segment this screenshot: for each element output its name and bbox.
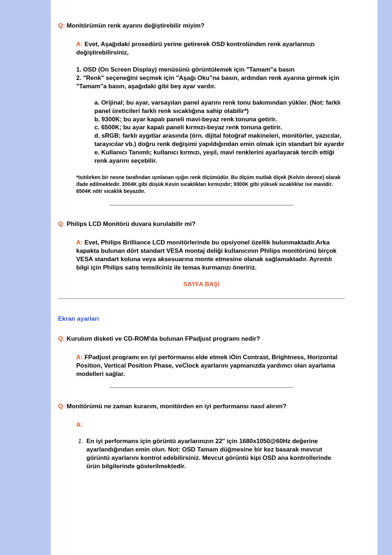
document-page: Q: Monitörümün renk ayarını değiştirebil… — [51, 0, 377, 555]
divider — [110, 205, 293, 206]
q2-line: Q: Philips LCD Monitörü duvara kurulabil… — [58, 220, 345, 228]
back-to-top-link[interactable]: SAYFA BAŞI — [58, 280, 345, 289]
q-label: Q: — [58, 335, 65, 342]
q4-text: Monitörümü ne zaman kurarım, monitörden … — [65, 403, 286, 410]
a-label: A: — [76, 354, 83, 361]
q-label: Q: — [58, 22, 65, 29]
section-title-ekran: Ekran ayarları — [58, 315, 345, 323]
a1-opt-e: e. Kullanıcı Tanımlı; kullanıcı kırmızı,… — [94, 149, 345, 165]
a1-opt-a: a. Orijinal; bu ayar, varsayılan panel a… — [94, 99, 345, 116]
a1-block: A: Evet, Aşağıdaki prosedürü yerine geti… — [76, 40, 345, 57]
q3-line: Q: Kurulum disketi ve CD-ROM'da bulunan … — [58, 335, 345, 343]
a1-step-2: 2. "Renk" seçeneğini seçmek için "Aşağı … — [76, 74, 345, 91]
a3-block: A: FPadjust programı en iyi performansı … — [76, 353, 345, 378]
a1-footnote: *Isıtılırken bir nesne tarafından ışınla… — [76, 174, 345, 195]
a1-options: a. Orijinal; bu ayar, varsayılan panel a… — [94, 99, 345, 166]
a2-block: A: Evet, Philips Brilliance LCD monitörl… — [76, 239, 345, 272]
a4-ordered-list: En iyi performans için görüntü ayarların… — [85, 437, 345, 471]
divider — [110, 387, 293, 388]
section-divider — [58, 298, 345, 299]
q2-text: Philips LCD Monitörü duvara kurulabilir … — [65, 220, 196, 227]
a2-text: Evet, Philips Brilliance LCD monitörleri… — [76, 239, 336, 271]
q1-text: Monitörümün renk ayarını değiştirebilir … — [65, 22, 204, 29]
q3-text: Kurulum disketi ve CD-ROM'da bulunan FPa… — [65, 335, 260, 342]
a-label: A: — [76, 41, 83, 48]
a-label: A: — [76, 239, 83, 246]
q1-line: Q: Monitörümün renk ayarını değiştirebil… — [58, 22, 345, 30]
a1-opt-d: d. sRGB; farklı aygıtlar arasında (örn. … — [94, 132, 345, 149]
a1-opt-c: c. 6500K; bu ayar kapalı paneli kırmızı-… — [94, 123, 345, 132]
a1-opt-b: b. 9300K; bu ayar kapalı paneli mavi-bey… — [94, 116, 345, 124]
a4-item-1: En iyi performans için görüntü ayarların… — [85, 437, 345, 471]
a4-label-only: A: — [76, 421, 345, 429]
a1-text: Evet, Aşağıdaki prosedürü yerine getirer… — [76, 41, 315, 56]
a3-text: FPadjust programı en iyi performansı eld… — [76, 354, 338, 377]
a-label: A: — [76, 421, 83, 428]
q4-line: Q: Monitörümü ne zaman kurarım, monitörd… — [58, 402, 345, 411]
a1-steps: 1. OSD (On Screen Display) menüsünü görü… — [76, 66, 345, 165]
q-label: Q: — [58, 403, 65, 410]
a1-step-1: 1. OSD (On Screen Display) menüsünü görü… — [76, 66, 345, 74]
q-label: Q: — [58, 220, 65, 227]
